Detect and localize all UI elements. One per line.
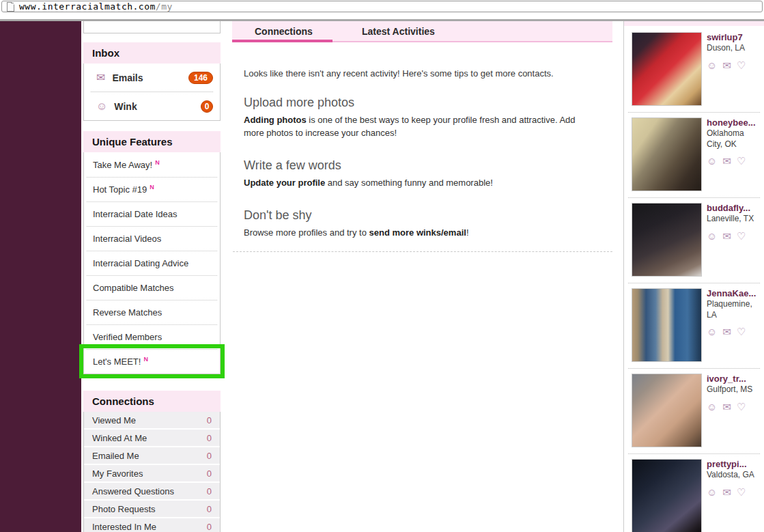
unique-features-header: Unique Features bbox=[83, 131, 221, 152]
tip-body: Browse more profiles and try to send mor… bbox=[244, 227, 583, 240]
envelope-icon: ✉ bbox=[96, 72, 105, 83]
favorite-heart-icon[interactable]: ♡ bbox=[737, 326, 746, 337]
suggested-profiles-list: swirlup7 Duson, LA ☺ ✉ ♡ honeybee... Okl… bbox=[624, 27, 764, 532]
unique-feature-link[interactable]: Let's MEET! N bbox=[84, 349, 220, 374]
profile-photo[interactable] bbox=[632, 374, 702, 447]
unique-feature-link[interactable]: Compatible Matches N bbox=[84, 275, 220, 300]
unique-feature-label: Interracial Dating Advice bbox=[93, 258, 188, 268]
profile-username[interactable]: honeybee... bbox=[707, 117, 760, 128]
profile-card: ivory_tr... Gulfport, MS ☺ ✉ ♡ bbox=[628, 369, 760, 454]
unique-feature-link[interactable]: Reverse Matches N bbox=[84, 300, 220, 324]
unique-feature-label: Verified Members bbox=[93, 332, 162, 342]
sidebar-search-box[interactable] bbox=[83, 21, 221, 33]
emails-count-badge: 146 bbox=[188, 72, 213, 84]
connections-count: 0 bbox=[207, 468, 212, 479]
tips-section: Upload more photos Adding photos is one … bbox=[244, 96, 583, 257]
profile-location: Valdosta, GA bbox=[707, 470, 760, 481]
connections-link[interactable]: Emailed Me 0 bbox=[84, 447, 220, 464]
tip-block: Upload more photos Adding photos is one … bbox=[244, 96, 583, 140]
wink-smiley-icon[interactable]: ☺ bbox=[707, 60, 717, 70]
unique-feature-link[interactable]: Take Me Away! N bbox=[84, 152, 220, 177]
send-email-icon[interactable]: ✉ bbox=[722, 231, 731, 241]
unique-feature-label: Interracial Date Ideas bbox=[93, 209, 178, 219]
unique-features-panel: Unique Features Take Me Away! N Hot Topi… bbox=[83, 131, 221, 374]
profile-username[interactable]: ivory_tr... bbox=[707, 374, 760, 384]
unique-feature-label: Interracial Videos bbox=[93, 234, 161, 244]
profile-photo[interactable] bbox=[632, 288, 702, 362]
tip-lead-text: Browse more profiles and try to bbox=[244, 227, 369, 238]
profile-photo[interactable] bbox=[632, 117, 702, 191]
tab-latest-activities[interactable]: Latest Activities bbox=[362, 26, 435, 37]
profile-location: Plaquemine, LA bbox=[707, 299, 760, 320]
emails-label: Emails bbox=[112, 72, 143, 83]
send-email-icon[interactable]: ✉ bbox=[722, 402, 731, 412]
profile-card: swirlup7 Duson, LA ☺ ✉ ♡ bbox=[628, 27, 760, 113]
tip-action-link[interactable]: Adding photos bbox=[244, 115, 307, 125]
send-email-icon[interactable]: ✉ bbox=[722, 326, 731, 337]
profile-username[interactable]: prettypi... bbox=[707, 459, 760, 469]
unique-feature-link[interactable]: Interracial Dating Advice N bbox=[84, 251, 220, 275]
profile-username[interactable]: swirlup7 bbox=[707, 32, 760, 42]
connections-count: 0 bbox=[207, 486, 212, 496]
connections-link[interactable]: Winked At Me 0 bbox=[84, 430, 220, 446]
main-tab-strip: Connections Latest Activities bbox=[232, 20, 612, 42]
connections-label: Viewed Me bbox=[92, 415, 136, 425]
favorite-heart-icon[interactable]: ♡ bbox=[737, 60, 746, 70]
wink-smiley-icon[interactable]: ☺ bbox=[707, 402, 717, 412]
profile-card: prettypi... Valdosta, GA ☺ ✉ ♡ bbox=[628, 454, 760, 532]
connections-count: 0 bbox=[207, 415, 212, 425]
favorite-heart-icon[interactable]: ♡ bbox=[737, 156, 746, 166]
connections-count: 0 bbox=[207, 433, 212, 443]
new-badge: N bbox=[155, 159, 160, 166]
send-email-icon[interactable]: ✉ bbox=[722, 487, 731, 497]
favorite-heart-icon[interactable]: ♡ bbox=[737, 402, 746, 412]
send-email-icon[interactable]: ✉ bbox=[722, 60, 731, 70]
profile-username[interactable]: buddafly... bbox=[707, 203, 760, 213]
connections-link[interactable]: Viewed Me 0 bbox=[84, 412, 220, 428]
wink-smiley-icon[interactable]: ☺ bbox=[707, 326, 717, 337]
tip-action-link[interactable]: Update your profile bbox=[244, 178, 325, 188]
unique-feature-label: Take Me Away! bbox=[93, 160, 152, 170]
favorite-heart-icon[interactable]: ♡ bbox=[737, 231, 746, 241]
profile-photo[interactable] bbox=[632, 203, 702, 277]
profile-username[interactable]: JennaKae... bbox=[707, 288, 760, 298]
tip-rest-text: ! bbox=[466, 227, 469, 238]
connections-count: 0 bbox=[207, 522, 212, 532]
send-email-icon[interactable]: ✉ bbox=[722, 156, 731, 166]
right-sidebar-top-strip bbox=[624, 21, 764, 26]
connections-link[interactable]: Answered Questions 0 bbox=[84, 483, 220, 499]
unique-feature-label: Let's MEET! bbox=[93, 356, 141, 367]
sidebar-item-wink[interactable]: ☺ Wink 0 bbox=[84, 92, 220, 120]
profile-location: Laneville, TX bbox=[707, 214, 760, 225]
tip-action-link[interactable]: send more winks/email bbox=[369, 227, 466, 238]
active-tab-underline bbox=[232, 40, 333, 42]
tab-connections[interactable]: Connections bbox=[255, 26, 313, 37]
wink-smiley-icon[interactable]: ☺ bbox=[707, 487, 717, 497]
tip-rest-text: and say something funny and memorable! bbox=[325, 178, 493, 188]
profile-location: Oklahoma City, OK bbox=[707, 128, 760, 150]
connections-link[interactable]: Photo Requests 0 bbox=[84, 501, 220, 517]
profile-photo[interactable] bbox=[632, 32, 702, 106]
connections-link[interactable]: Interested In Me 0 bbox=[84, 518, 220, 532]
wink-smiley-icon[interactable]: ☺ bbox=[707, 156, 717, 166]
profile-card: honeybee... Oklahoma City, OK ☺ ✉ ♡ bbox=[628, 113, 760, 198]
inbox-panel: Inbox ✉ Emails 146 ☺ Wink 0 bbox=[83, 42, 221, 121]
profile-photo[interactable] bbox=[632, 459, 702, 532]
favorite-heart-icon[interactable]: ♡ bbox=[737, 487, 746, 497]
new-badge: N bbox=[150, 184, 154, 191]
wink-smiley-icon[interactable]: ☺ bbox=[707, 231, 717, 241]
url-input[interactable]: www.interracialmatch.com/my bbox=[1, 1, 763, 12]
unique-feature-link[interactable]: Interracial Videos N bbox=[84, 226, 220, 251]
unique-feature-link[interactable]: Interracial Date Ideas N bbox=[84, 201, 220, 226]
url-path: /my bbox=[156, 1, 173, 12]
unique-feature-link[interactable]: Verified Members N bbox=[84, 324, 220, 349]
unique-features-list: Take Me Away! N Hot Topic #19 N Interrac… bbox=[83, 152, 221, 374]
sidebar-item-emails[interactable]: ✉ Emails 146 bbox=[84, 64, 220, 92]
tip-heading: Write a few words bbox=[244, 158, 583, 173]
tip-body: Adding photos is one of the best ways to… bbox=[244, 114, 583, 140]
tip-body: Update your profile and say something fu… bbox=[244, 177, 583, 190]
connections-link[interactable]: My Favorites 0 bbox=[84, 465, 220, 481]
profile-card: JennaKae... Plaquemine, LA ☺ ✉ ♡ bbox=[628, 283, 760, 369]
smiley-icon: ☺ bbox=[96, 101, 107, 112]
unique-feature-link[interactable]: Hot Topic #19 N bbox=[84, 177, 220, 201]
